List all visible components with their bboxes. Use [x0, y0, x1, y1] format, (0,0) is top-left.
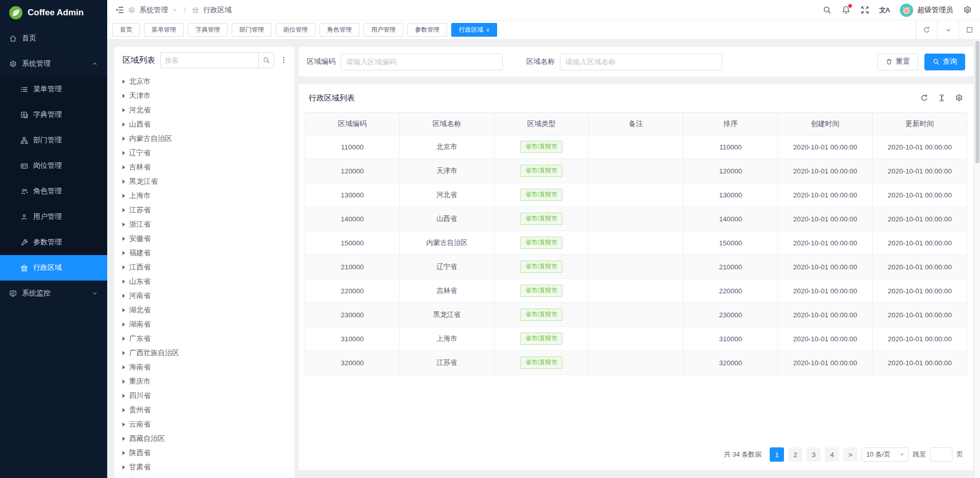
tab[interactable]: 字典管理	[188, 23, 228, 37]
tree-item[interactable]: 天津市	[114, 89, 295, 103]
tab[interactable]: 部门管理	[232, 23, 272, 37]
refresh-table-icon[interactable]	[920, 94, 928, 102]
tree-item[interactable]: 山东省	[114, 274, 295, 289]
tree-expand-arrow-icon[interactable]	[122, 137, 125, 141]
tree-item[interactable]: 福建省	[114, 246, 295, 260]
tree-item[interactable]: 四川省	[114, 389, 295, 403]
tree-item[interactable]: 湖北省	[114, 303, 295, 317]
notification-bell-icon[interactable]	[842, 6, 850, 14]
region-code-input[interactable]	[340, 54, 503, 70]
tree-expand-arrow-icon[interactable]	[122, 394, 125, 398]
tree-expand-arrow-icon[interactable]	[122, 451, 125, 455]
query-button[interactable]: 查询	[924, 54, 965, 70]
tree-item[interactable]: 陕西省	[114, 446, 295, 460]
tree-expand-arrow-icon[interactable]	[122, 365, 125, 369]
tab[interactable]: 角色管理	[320, 23, 359, 37]
sidebar-submenu-item[interactable]: 行政区域	[0, 255, 107, 281]
tree-item[interactable]: 内蒙古自治区	[114, 132, 295, 146]
maximize-content-icon[interactable]	[959, 20, 980, 39]
tree-item[interactable]: 浙江省	[114, 217, 295, 232]
tree-expand-arrow-icon[interactable]	[122, 237, 125, 241]
sidebar-submenu-item[interactable]: 岗位管理	[0, 153, 107, 179]
tab-close-icon[interactable]: x	[486, 27, 489, 33]
search-icon[interactable]	[823, 6, 831, 14]
page-number-button[interactable]: 2	[788, 447, 802, 462]
app-logo-row[interactable]: Coffee Admin	[0, 0, 107, 26]
tree-expand-arrow-icon[interactable]	[122, 122, 125, 127]
tree-item[interactable]: 上海市	[114, 189, 295, 203]
tab[interactable]: 行政区域 x	[451, 23, 497, 37]
sidebar-submenu-item[interactable]: 字典管理	[0, 102, 107, 128]
column-settings-gear-icon[interactable]	[955, 94, 963, 102]
tree-expand-arrow-icon[interactable]	[122, 251, 125, 255]
tree-item[interactable]: 重庆市	[114, 374, 295, 389]
collapse-sidebar-icon[interactable]	[115, 6, 124, 14]
tree-item[interactable]: 河南省	[114, 289, 295, 303]
tree-item[interactable]: 河北省	[114, 103, 295, 117]
tree-item[interactable]: 广东省	[114, 332, 295, 346]
sidebar-item-system-monitor[interactable]: 系统监控	[0, 281, 107, 306]
chevron-down-icon[interactable]	[172, 7, 178, 13]
tree-item[interactable]: 江苏省	[114, 203, 295, 217]
tree-item[interactable]: 江西省	[114, 260, 295, 274]
tree-item[interactable]: 辽宁省	[114, 146, 295, 160]
tree-expand-arrow-icon[interactable]	[122, 265, 125, 269]
tree-item[interactable]: 北京市	[114, 74, 295, 89]
tree-expand-arrow-icon[interactable]	[122, 465, 125, 469]
page-number-button[interactable]: 3	[806, 447, 821, 462]
tree-more-options-icon[interactable]	[279, 56, 288, 65]
row-density-icon[interactable]	[938, 94, 946, 102]
tree-expand-arrow-icon[interactable]	[122, 80, 125, 84]
tree-item[interactable]: 甘肃省	[114, 460, 295, 474]
tree-expand-arrow-icon[interactable]	[122, 165, 125, 169]
tree-item[interactable]: 山西省	[114, 117, 295, 132]
tree-item[interactable]: 安徽省	[114, 232, 295, 246]
tree-expand-arrow-icon[interactable]	[122, 280, 125, 284]
jump-to-page-input[interactable]	[930, 447, 952, 462]
tree-item[interactable]: 青海省	[114, 474, 295, 478]
next-page-button[interactable]: >	[843, 447, 857, 462]
user-menu[interactable]: 超级管理员	[900, 4, 953, 17]
tab[interactable]: 参数管理	[407, 23, 447, 37]
tab[interactable]: 首页	[112, 23, 140, 37]
sidebar-item-home[interactable]: 首页	[0, 26, 107, 51]
tree-item[interactable]: 贵州省	[114, 403, 295, 417]
tree-item[interactable]: 西藏自治区	[114, 432, 295, 446]
sidebar-submenu-item[interactable]: 部门管理	[0, 128, 107, 153]
tree-expand-arrow-icon[interactable]	[122, 151, 125, 155]
page-size-select[interactable]: 10 条/页	[862, 447, 909, 462]
sidebar-submenu-item[interactable]: 菜单管理	[0, 77, 107, 102]
sidebar-submenu-item[interactable]: 用户管理	[0, 204, 107, 230]
tab-options-chevron-icon[interactable]	[937, 20, 959, 39]
tree-expand-arrow-icon[interactable]	[122, 222, 125, 227]
scrollbar-thumb[interactable]	[975, 41, 979, 163]
sidebar-submenu-item[interactable]: 角色管理	[0, 179, 107, 204]
page-scrollbar[interactable]	[975, 40, 980, 478]
tree-expand-arrow-icon[interactable]	[122, 408, 125, 412]
tree-expand-arrow-icon[interactable]	[122, 351, 125, 355]
tree-expand-arrow-icon[interactable]	[122, 437, 125, 441]
tree-search-input[interactable]	[161, 57, 258, 64]
sidebar-item-system-management[interactable]: 系统管理	[0, 51, 107, 77]
tree-expand-arrow-icon[interactable]	[122, 294, 125, 298]
tree-item[interactable]: 湖南省	[114, 317, 295, 332]
reset-button[interactable]: 重置	[877, 54, 918, 70]
tree-expand-arrow-icon[interactable]	[122, 380, 125, 384]
tree-expand-arrow-icon[interactable]	[122, 108, 125, 112]
tree-expand-arrow-icon[interactable]	[122, 180, 125, 184]
tab[interactable]: 用户管理	[363, 23, 403, 37]
tree-expand-arrow-icon[interactable]	[122, 94, 125, 98]
tab[interactable]: 岗位管理	[276, 23, 315, 37]
tree-item[interactable]: 云南省	[114, 417, 295, 432]
tree-item[interactable]: 吉林省	[114, 160, 295, 174]
tree-expand-arrow-icon[interactable]	[122, 208, 125, 212]
refresh-tab-icon[interactable]	[916, 20, 937, 39]
tree-expand-arrow-icon[interactable]	[122, 322, 125, 326]
tree-item[interactable]: 海南省	[114, 360, 295, 374]
tree-expand-arrow-icon[interactable]	[122, 194, 125, 198]
tab[interactable]: 菜单管理	[144, 23, 184, 37]
breadcrumb-section[interactable]: 系统管理	[139, 6, 168, 15]
translate-icon[interactable]: 文A	[879, 6, 890, 15]
fullscreen-icon[interactable]	[861, 6, 869, 14]
tree-item[interactable]: 广西壮族自治区	[114, 346, 295, 360]
